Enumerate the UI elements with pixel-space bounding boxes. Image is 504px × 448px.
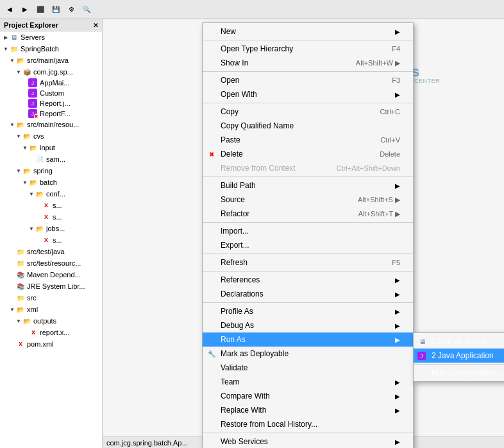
menu-item-declarations[interactable]: Declarations ▶: [203, 287, 413, 301]
menu-label-team: Team: [221, 377, 239, 386]
menu-item-mark-deployable[interactable]: 🔧 Mark as Deployable: [203, 347, 413, 361]
tree-item-appmain[interactable]: ▶ J AppMai...: [0, 78, 102, 88]
menu-label-run-as: Run As: [221, 335, 246, 344]
menu-shortcut-copy: Ctrl+C: [355, 108, 400, 116]
java-icon-appmain: J: [28, 78, 37, 87]
panel-close-icon[interactable]: ✕: [93, 22, 98, 29]
arrow-icon-web-services: ▶: [382, 438, 400, 445]
tree-item-spring[interactable]: ▼ 📂 spring: [0, 165, 102, 177]
submenu-item-run-configs[interactable]: Run Configurations...: [414, 366, 504, 380]
menu-label-refactor: Refactor: [221, 209, 249, 218]
menu-item-refactor[interactable]: Refactor Alt+Shift+T ▶: [203, 207, 413, 221]
tree-label-conf: conf...: [46, 190, 65, 198]
package-icon: 📦: [22, 67, 32, 77]
toolbar-btn-save[interactable]: 💾: [49, 3, 63, 17]
tree-item-srcmainjava[interactable]: ▼ 📂 src/main/java: [0, 55, 102, 66]
folder-icon-src: 📁: [15, 293, 26, 303]
submenu-item-java-app[interactable]: J 2 Java Application Alt+Shift+X, J: [414, 349, 504, 363]
menu-item-source[interactable]: Source Alt+Shift+S ▶: [203, 193, 413, 207]
menu-item-open-with[interactable]: Open With ▶: [203, 87, 413, 101]
folder-icon-conf: 📂: [35, 189, 45, 199]
menu-item-show-in[interactable]: Show In Alt+Shift+W ▶: [203, 56, 413, 70]
tree-item-xml-s3[interactable]: ▶ X s...: [0, 234, 102, 246]
tree-label-reportf: ReportF...: [38, 110, 71, 117]
menu-label-compare-with: Compare With: [221, 392, 270, 401]
menu-item-open[interactable]: Open F3: [203, 73, 413, 87]
tree-item-xml-s2[interactable]: ▶ X s...: [0, 211, 102, 223]
menu-item-copy[interactable]: Copy Ctrl+C: [203, 105, 413, 119]
tree-item-comjcg[interactable]: ▼ 📦 com.jcg.sp...: [0, 66, 102, 78]
tree-item-servers[interactable]: ▶ 🖥 Servers: [0, 31, 102, 43]
menu-sep-2: [203, 71, 413, 72]
menu-item-import[interactable]: Import...: [203, 224, 413, 238]
tree-item-sample[interactable]: ▶ 📄 sam...: [0, 153, 102, 165]
toolbar-btn-search[interactable]: 🔍: [80, 3, 94, 17]
menu-item-debug-as[interactable]: Debug As ▶: [203, 318, 413, 332]
arrow-icon-new: ▶: [382, 28, 400, 35]
menu-item-refresh[interactable]: Refresh F5: [203, 255, 413, 270]
tree-arrow-cvs: ▼: [15, 133, 22, 139]
menu-sep-5: [203, 222, 413, 223]
menu-item-paste[interactable]: Paste Ctrl+V: [203, 133, 413, 147]
tree-item-srctestjava[interactable]: ▶ 📁 src/test/java: [0, 246, 102, 257]
tree-label-jrelib: JRE System Libr...: [27, 282, 85, 290]
tree-item-custom[interactable]: ▶ J Custom: [0, 88, 102, 98]
tree-item-conf[interactable]: ▼ 📂 conf...: [0, 188, 102, 200]
menu-item-team[interactable]: Team ▶: [203, 375, 413, 389]
tree-item-xml-s1[interactable]: ▶ X s...: [0, 200, 102, 211]
menu-item-replace-with[interactable]: Replace With ▶: [203, 403, 413, 417]
content-area: JCG Java Code Geeks JAVA & JAVA DEVELOPE…: [103, 19, 504, 448]
tree-item-reportj[interactable]: ▶ J Report.j...: [0, 98, 102, 108]
menu-item-web-services[interactable]: Web Services ▶: [203, 435, 413, 448]
tree-arrow-srcmainresource: ▼: [9, 121, 15, 128]
menu-item-remove-context[interactable]: Remove from Context Ctrl+Alt+Shift+Down: [203, 161, 413, 175]
tree-label-spring: spring: [33, 167, 53, 175]
menu-item-open-type-hierarchy[interactable]: Open Type Hierarchy F4: [203, 42, 413, 56]
tree-item-reportf[interactable]: ▶ J✖ ReportF...: [0, 108, 102, 119]
tree-item-jobs[interactable]: ▼ 📂 jobs...: [0, 223, 102, 234]
menu-item-copy-qualified[interactable]: Copy Qualified Name: [203, 119, 413, 133]
arrow-icon-open-with: ▶: [382, 91, 400, 98]
toolbar-btn-stop[interactable]: ⬛: [33, 3, 47, 17]
folder-icon-srctestjava: 📁: [15, 246, 26, 257]
arrow-icon-replace-with: ▶: [382, 407, 400, 414]
tree-item-input[interactable]: ▼ 📂 input: [0, 142, 102, 153]
menu-item-run-as[interactable]: Run As ▶ 🖥 1 Run on Server Alt+Shift+X, …: [203, 332, 413, 347]
menu-sep-3: [203, 103, 413, 103]
submenu-item-run-server[interactable]: 🖥 1 Run on Server Alt+Shift+X, R: [414, 334, 504, 349]
toolbar-btn-settings[interactable]: ⚙: [64, 3, 78, 17]
toolbar: ◀ ▶ ⬛ 💾 ⚙ 🔍: [0, 0, 504, 19]
tree-item-jrelib[interactable]: ▶ 📚 JRE System Libr...: [0, 280, 102, 292]
menu-item-validate[interactable]: Validate: [203, 361, 413, 375]
toolbar-btn-back[interactable]: ◀: [3, 3, 17, 17]
tree-label-reportxml: report.x...: [40, 329, 69, 336]
tree-item-pomxml[interactable]: ▶ X pom.xml: [0, 338, 102, 350]
run-as-submenu: 🖥 1 Run on Server Alt+Shift+X, R J 2 Jav…: [413, 332, 504, 382]
tree-item-srctestresource[interactable]: ▶ 📁 src/test/resourc...: [0, 257, 102, 269]
tree-item-cvs[interactable]: ▼ 📂 cvs: [0, 130, 102, 142]
menu-item-profile-as[interactable]: Profile As ▶: [203, 304, 413, 318]
xml-icon-report: X: [28, 327, 38, 338]
tree-item-reportxml[interactable]: ▶ X report.x...: [0, 327, 102, 338]
tree-item-outputs[interactable]: ▼ 📂 outputs: [0, 315, 102, 327]
tree-item-springbatch[interactable]: ▼ 📁 SpringBatch: [0, 43, 102, 55]
menu-item-restore-local[interactable]: Restore from Local History...: [203, 417, 413, 431]
tree-item-src[interactable]: ▶ 📁 src: [0, 292, 102, 304]
menu-sep-7: [203, 271, 413, 271]
toolbar-btn-forward[interactable]: ▶: [18, 3, 32, 17]
xml-icon-s1: X: [41, 200, 51, 211]
menu-label-open: Open: [221, 76, 239, 85]
menu-label-show-in: Show In: [221, 58, 248, 67]
menu-item-delete[interactable]: ✖ Delete Delete: [203, 147, 413, 161]
tree-item-xml[interactable]: ▼ 📂 xml: [0, 304, 102, 315]
tree-label-xml: xml: [27, 306, 38, 313]
tree-item-srcmainresource[interactable]: ▼ 📂 src/main/resou...: [0, 119, 102, 130]
menu-item-compare-with[interactable]: Compare With ▶: [203, 389, 413, 403]
tree-item-mavendep[interactable]: ▶ 📚 Maven Depend...: [0, 269, 102, 280]
tree-label-custom: Custom: [38, 89, 64, 97]
menu-item-references[interactable]: References ▶: [203, 273, 413, 287]
menu-item-export[interactable]: Export...: [203, 238, 413, 252]
menu-item-new[interactable]: New ▶: [203, 24, 413, 39]
menu-item-build-path[interactable]: Build Path ▶: [203, 178, 413, 193]
tree-item-batch[interactable]: ▼ 📂 batch: [0, 177, 102, 188]
